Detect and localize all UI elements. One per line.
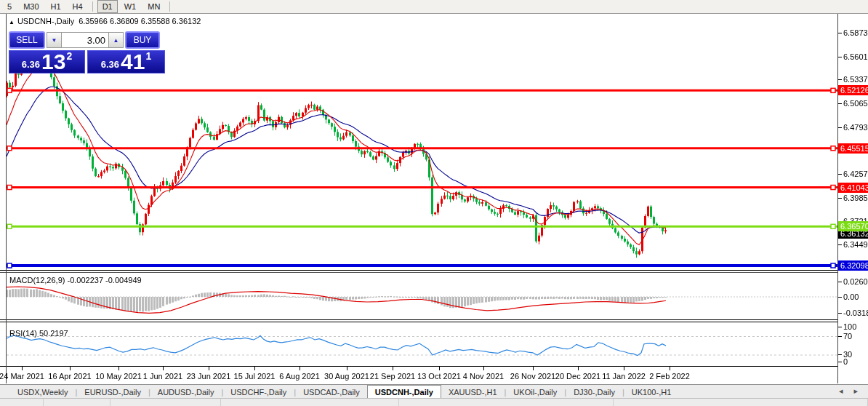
date-tick-label: 10 May 2021: [95, 372, 142, 381]
timeframe-button-m30[interactable]: M30: [18, 0, 44, 13]
chart-tab-usdx-weekly[interactable]: USDX,Weekly: [10, 386, 75, 398]
price-tick-label: 6.56010: [843, 52, 868, 61]
terminal-window: 5M30H1H4D1W1MN ▲USDCNH-,Daily6.35966 6.3…: [0, 0, 868, 406]
level-badge-6.41043: 6.41043: [838, 183, 868, 193]
chart-tab-ukoil-daily[interactable]: UKOil-,Daily: [506, 386, 564, 398]
chart-tab-bar: USDX,Weekly|EURUSD-,Daily|AUDUSD-,Daily|…: [0, 384, 868, 398]
status-cell: [221, 399, 398, 406]
chart-tab-audusd-daily[interactable]: AUDUSD-,Daily: [150, 386, 222, 398]
timeframe-button-w1[interactable]: W1: [119, 0, 142, 13]
date-tick-label: 13 Oct 2021: [417, 372, 461, 381]
sell-price-sup: 2: [66, 50, 72, 62]
chart-tab-usdcnh-daily[interactable]: USDCNH-,Daily: [367, 385, 441, 398]
chart-tab-uk100-h1[interactable]: UK100-,H1: [624, 386, 678, 398]
date-tick-label: 4 Nov 2021: [463, 372, 504, 381]
date-tick-label: 2 Feb 2022: [649, 372, 690, 381]
macd-indicator-label: MACD(12,26,9) -0.002237 -0.004949: [9, 276, 142, 284]
chart-tab-usdchf-daily[interactable]: USDCHF-,Daily: [223, 386, 294, 398]
tab-scroll-arrows-icon[interactable]: ◂ ▸: [839, 386, 868, 398]
status-cell: [110, 399, 221, 406]
timeframe-button-d1[interactable]: D1: [97, 0, 118, 13]
date-tick-label: 15 Jul 2021: [234, 372, 276, 381]
date-tick-label: 24 Mar 2021: [0, 372, 44, 381]
price-tick-label: 6.53370: [843, 75, 868, 84]
status-cell: [0, 399, 44, 406]
sell-price-big: 13: [41, 52, 65, 72]
volume-stepper: ▼ ▲: [47, 32, 124, 48]
buy-price-sup: 1: [145, 50, 151, 62]
date-tick-label: 23 Jun 2021: [187, 372, 231, 381]
price-tick-label: 6.50650: [843, 99, 868, 108]
date-tick-label: 6 Aug 2021: [279, 372, 320, 381]
chart-title: ▲USDCNH-,Daily6.35966 6.36809 6.35588 6.…: [9, 17, 201, 25]
level-badge-6.52126: 6.52126: [838, 85, 868, 95]
chart-tab-usdcad-daily[interactable]: USDCAD-,Daily: [296, 386, 367, 398]
price-tick-label: 6.47930: [843, 123, 868, 132]
rsi-indicator-label: RSI(14) 50.2197: [9, 329, 68, 338]
date-tick-label: 1 Jun 2021: [143, 372, 182, 381]
volume-input[interactable]: [62, 32, 108, 48]
price-tick-label: 6.34490: [843, 240, 868, 249]
volume-increase-icon[interactable]: ▲: [108, 32, 124, 48]
timeframe-button-h4[interactable]: H4: [68, 0, 88, 13]
level-badge-6.36570: 6.36570: [838, 221, 868, 231]
buy-price-base: 6.36: [101, 59, 119, 70]
price-tick-label: 6.39850: [843, 194, 868, 202]
chart-tab-xauusd-h1[interactable]: XAUUSD-,H1: [441, 386, 505, 398]
indicator-tick-label: 0: [843, 357, 868, 366]
chart-ohlc-values: 6.35966 6.36809 6.35588 6.36132: [79, 17, 201, 25]
sell-button[interactable]: SELL: [9, 31, 45, 49]
sell-price-base: 6.36: [22, 59, 40, 70]
date-tick-label: 26 Nov 2021: [510, 372, 555, 381]
price-tick-label: 6.42570: [843, 170, 868, 178]
chart-symbol: USDCNH-,Daily: [17, 17, 74, 25]
indicator-tick-label: 0.00: [843, 292, 868, 301]
chart-tab-dj30-daily[interactable]: DJ30-,Daily: [566, 386, 622, 398]
sell-price-button[interactable]: 6.36 13 2: [9, 50, 85, 73]
status-bar: [0, 398, 868, 406]
timeframe-toolbar: 5M30H1H4D1W1MN: [0, 0, 868, 14]
level-badge-6.45515: 6.45515: [838, 143, 868, 154]
timeframe-button-h1[interactable]: H1: [46, 0, 66, 13]
buy-price-button[interactable]: 6.36 41 1: [87, 50, 165, 73]
status-cell: [614, 399, 868, 406]
date-tick-label: 20 Dec 2021: [555, 372, 600, 381]
status-cell: [399, 399, 614, 406]
indicator-tick-label: 70: [843, 332, 868, 341]
price-tick-label: 6.58730: [843, 28, 868, 37]
volume-decrease-icon[interactable]: ▼: [47, 32, 62, 48]
indicator-tick-label: -0.031872: [843, 309, 868, 317]
collapse-triangle-icon[interactable]: ▲: [9, 19, 15, 25]
timeframe-button-5[interactable]: 5: [2, 0, 17, 13]
one-click-trading-panel: SELL ▼ ▲ BUY 6.36 13 2 6.36 41 1: [9, 31, 165, 73]
buy-price-big: 41: [121, 52, 145, 72]
timeframe-button-mn[interactable]: MN: [142, 0, 165, 13]
date-tick-label: 30 Aug 2021: [324, 372, 369, 381]
indicator-tick-label: 0.02607: [843, 277, 868, 286]
level-badge-6.32098: 6.32098: [838, 260, 868, 271]
date-tick-label: 11 Jan 2022: [602, 372, 646, 381]
status-cell: [44, 399, 110, 406]
toolbar-separator: [169, 1, 170, 12]
indicator-tick-label: 100: [843, 322, 868, 331]
toolbar-separator: [92, 1, 93, 12]
date-tick-label: 16 Apr 2021: [48, 372, 91, 381]
chart-tab-eurusd-daily[interactable]: EURUSD-,Daily: [77, 386, 148, 398]
buy-button[interactable]: BUY: [125, 31, 160, 49]
date-tick-label: 21 Sep 2021: [370, 372, 415, 381]
